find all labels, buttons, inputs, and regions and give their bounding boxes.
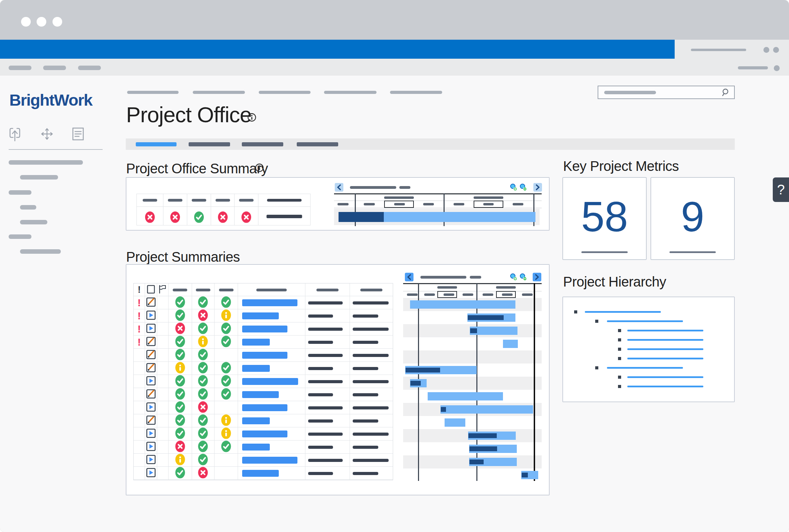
table-row[interactable] bbox=[134, 401, 393, 414]
gantt-bar[interactable] bbox=[410, 300, 515, 309]
breadcrumb[interactable] bbox=[193, 91, 245, 94]
tree-item-link[interactable] bbox=[627, 358, 703, 359]
search-icon[interactable] bbox=[722, 88, 731, 98]
zoom-out-icon[interactable] bbox=[519, 183, 527, 193]
play-document-icon[interactable] bbox=[146, 455, 156, 466]
project-name-link[interactable] bbox=[242, 326, 287, 332]
table-row[interactable] bbox=[134, 362, 393, 375]
edit-document-icon[interactable] bbox=[146, 389, 156, 400]
breadcrumb[interactable] bbox=[324, 91, 377, 94]
notes-icon[interactable] bbox=[72, 127, 85, 142]
info-icon[interactable] bbox=[247, 113, 256, 123]
header-cell[interactable]: ! bbox=[134, 283, 145, 296]
play-document-icon[interactable] bbox=[146, 323, 156, 335]
tree-item-link[interactable] bbox=[627, 330, 703, 331]
header-cell[interactable] bbox=[238, 283, 305, 296]
info-icon[interactable] bbox=[255, 163, 264, 174]
sidebar-item-placeholder[interactable] bbox=[20, 205, 36, 210]
play-document-icon[interactable] bbox=[146, 402, 156, 413]
table-row[interactable] bbox=[134, 375, 393, 388]
table-row[interactable]: ! bbox=[134, 296, 393, 309]
project-name-link[interactable] bbox=[242, 417, 270, 424]
gantt-scroll-left-button[interactable] bbox=[405, 273, 413, 281]
header-cell[interactable] bbox=[157, 283, 169, 296]
gantt-bar[interactable] bbox=[440, 405, 533, 414]
project-name-link[interactable] bbox=[242, 299, 297, 306]
play-document-icon[interactable] bbox=[146, 442, 156, 453]
table-row[interactable]: ! bbox=[134, 322, 393, 336]
gantt-scroll-right-button[interactable] bbox=[533, 273, 541, 281]
project-name-link[interactable] bbox=[242, 470, 279, 477]
metric-card[interactable]: 58 bbox=[562, 177, 647, 260]
tree-item-link[interactable] bbox=[627, 348, 703, 350]
gantt-bar[interactable] bbox=[503, 340, 518, 348]
tree-item-link[interactable] bbox=[607, 320, 683, 322]
metric-card[interactable]: 9 bbox=[650, 177, 735, 260]
search-input[interactable] bbox=[598, 86, 735, 99]
project-name-link[interactable] bbox=[242, 312, 279, 319]
upload-icon[interactable] bbox=[9, 127, 21, 144]
play-document-icon[interactable] bbox=[146, 310, 156, 321]
tab-2[interactable] bbox=[189, 142, 230, 146]
table-row[interactable] bbox=[134, 349, 393, 362]
tree-item-link[interactable] bbox=[627, 339, 703, 341]
table-row[interactable] bbox=[134, 454, 393, 467]
table-row[interactable] bbox=[134, 441, 393, 454]
zoom-out-icon[interactable] bbox=[519, 273, 527, 282]
header-cell[interactable] bbox=[145, 283, 157, 296]
edit-document-icon[interactable] bbox=[146, 297, 156, 308]
help-button[interactable]: ? bbox=[773, 177, 789, 202]
browser-button-dot[interactable] bbox=[763, 47, 769, 53]
table-row[interactable] bbox=[134, 467, 393, 480]
header-cell[interactable] bbox=[305, 283, 350, 296]
edit-document-icon[interactable] bbox=[146, 415, 156, 426]
tree-item-link[interactable] bbox=[627, 386, 703, 387]
project-name-link[interactable] bbox=[242, 365, 270, 372]
edit-document-icon[interactable] bbox=[146, 337, 156, 348]
play-document-icon[interactable] bbox=[146, 468, 156, 479]
table-row[interactable]: ! bbox=[134, 309, 393, 322]
gantt-bar[interactable] bbox=[428, 392, 503, 400]
tab-1-active[interactable] bbox=[136, 142, 177, 146]
project-name-link[interactable] bbox=[242, 352, 287, 359]
gantt-bar[interactable] bbox=[445, 418, 465, 427]
browser-button-dot[interactable] bbox=[773, 47, 779, 53]
breadcrumb[interactable] bbox=[259, 91, 311, 94]
project-name-link[interactable] bbox=[242, 378, 298, 385]
zoom-in-icon[interactable] bbox=[510, 273, 517, 282]
gantt-scroll-right-button[interactable] bbox=[533, 183, 542, 192]
gantt-scroll-left-button[interactable] bbox=[335, 183, 343, 192]
tree-item-link[interactable] bbox=[607, 367, 683, 369]
project-name-link[interactable] bbox=[242, 444, 270, 451]
sidebar-item-placeholder[interactable] bbox=[20, 249, 61, 254]
edit-document-icon[interactable] bbox=[146, 350, 156, 361]
sidebar-item-placeholder[interactable] bbox=[9, 234, 31, 239]
sidebar-item-placeholder[interactable] bbox=[20, 175, 58, 180]
tree-item-link[interactable] bbox=[627, 376, 703, 378]
zoom-in-icon[interactable] bbox=[510, 183, 517, 193]
table-row[interactable] bbox=[134, 414, 393, 427]
table-row[interactable] bbox=[134, 427, 393, 441]
tab-3[interactable] bbox=[242, 142, 283, 146]
tab-4[interactable] bbox=[297, 142, 338, 146]
play-document-icon[interactable] bbox=[146, 428, 156, 439]
breadcrumb[interactable] bbox=[390, 91, 442, 94]
project-name-link[interactable] bbox=[242, 391, 279, 398]
project-name-link[interactable] bbox=[242, 404, 287, 411]
header-cell[interactable] bbox=[350, 283, 393, 296]
project-name-link[interactable] bbox=[242, 457, 297, 464]
table-row[interactable] bbox=[134, 388, 393, 401]
window-control-dot[interactable] bbox=[53, 17, 62, 27]
window-control-dot[interactable] bbox=[37, 17, 46, 27]
window-control-dot[interactable] bbox=[21, 17, 31, 27]
tree-item-link[interactable] bbox=[585, 311, 661, 313]
project-name-link[interactable] bbox=[242, 431, 287, 437]
move-icon[interactable] bbox=[40, 127, 54, 142]
table-row[interactable]: ! bbox=[134, 336, 393, 349]
sidebar-item-placeholder[interactable] bbox=[20, 220, 47, 224]
breadcrumb[interactable] bbox=[127, 91, 179, 94]
header-cell[interactable] bbox=[215, 283, 238, 296]
edit-document-icon[interactable] bbox=[146, 363, 156, 374]
header-cell[interactable] bbox=[192, 283, 215, 296]
project-name-link[interactable] bbox=[242, 339, 270, 346]
